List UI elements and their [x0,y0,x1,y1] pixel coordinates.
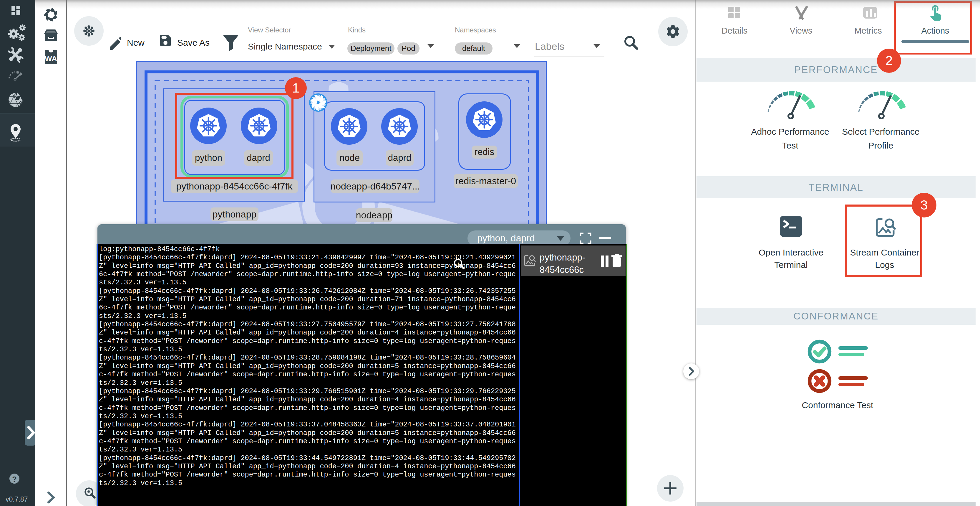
svg-text:WA: WA [45,54,57,63]
svg-text:?: ? [12,475,17,484]
svg-text:v0.7.87: v0.7.87 [6,495,28,503]
